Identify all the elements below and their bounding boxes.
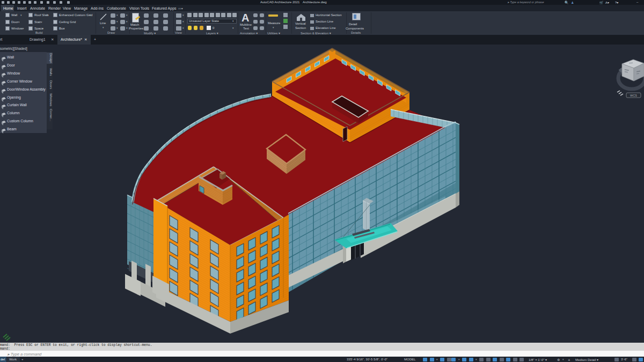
svg-text:WCS: WCS: [630, 94, 637, 97]
